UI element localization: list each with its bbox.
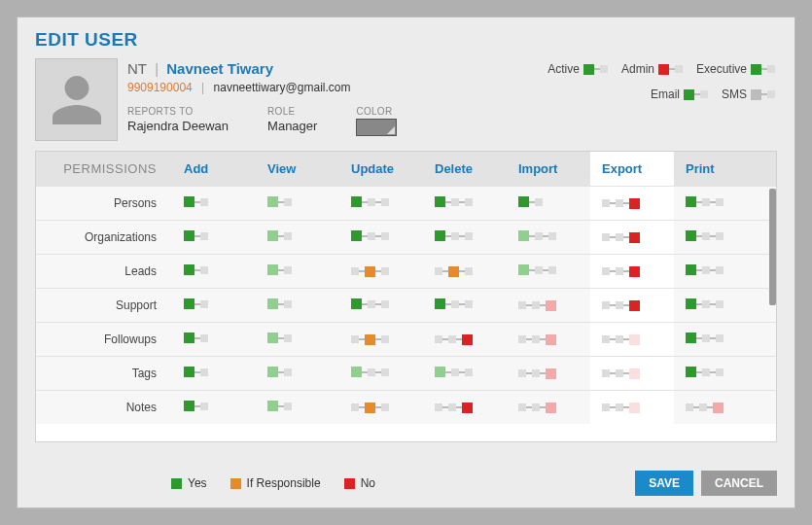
perm-cell[interactable] [590, 357, 674, 390]
perm-cell[interactable] [674, 255, 758, 288]
toggle[interactable] [518, 264, 556, 275]
perm-cell[interactable] [256, 357, 339, 390]
perm-cell[interactable] [172, 221, 256, 254]
toggle[interactable] [686, 298, 724, 309]
toggle[interactable] [435, 266, 473, 277]
toggle[interactable] [602, 334, 640, 345]
cancel-button[interactable]: CANCEL [701, 471, 777, 496]
perm-cell[interactable] [172, 357, 256, 390]
toggle[interactable] [351, 298, 389, 309]
flag-active[interactable]: Active [547, 62, 608, 76]
toggle[interactable] [518, 402, 556, 413]
toggle[interactable] [267, 401, 292, 411]
perm-cell[interactable] [507, 187, 590, 220]
perm-col-print[interactable]: Print [674, 152, 758, 186]
perm-cell[interactable] [256, 221, 339, 254]
perm-cell[interactable] [674, 391, 758, 424]
toggle[interactable] [602, 232, 640, 243]
perm-cell[interactable] [507, 323, 590, 356]
perm-cell[interactable] [423, 323, 507, 356]
save-button[interactable]: SAVE [635, 471, 693, 496]
toggle[interactable] [267, 367, 292, 377]
perm-cell[interactable] [256, 391, 339, 424]
perm-cell[interactable] [674, 221, 758, 254]
perm-cell[interactable] [256, 323, 339, 356]
toggle[interactable] [686, 367, 724, 377]
toggle[interactable] [602, 300, 640, 311]
perm-cell[interactable] [674, 323, 758, 356]
toggle[interactable] [602, 266, 640, 277]
user-phone[interactable]: 9909190004 [127, 81, 193, 94]
perm-cell[interactable] [256, 255, 339, 288]
toggle[interactable] [435, 367, 473, 377]
toggle[interactable] [435, 196, 473, 207]
perm-cell[interactable] [590, 323, 674, 356]
perm-cell[interactable] [674, 187, 758, 220]
toggle[interactable] [658, 64, 683, 75]
perm-cell[interactable] [423, 391, 507, 424]
perm-cell[interactable] [423, 187, 507, 220]
color-field[interactable]: COLOR [356, 106, 397, 136]
scrollbar[interactable] [769, 189, 776, 305]
toggle[interactable] [184, 401, 208, 411]
perm-col-view[interactable]: View [256, 152, 339, 186]
toggle[interactable] [435, 298, 473, 309]
perm-cell[interactable] [339, 221, 423, 254]
toggle[interactable] [435, 230, 473, 241]
perm-cell[interactable] [507, 221, 590, 254]
toggle[interactable] [184, 264, 208, 275]
role-field[interactable]: ROLE Manager [267, 106, 317, 136]
toggle[interactable] [518, 230, 556, 241]
perm-cell[interactable] [172, 255, 256, 288]
perm-cell[interactable] [339, 357, 423, 390]
perm-col-import[interactable]: Import [507, 152, 590, 186]
toggle[interactable] [602, 198, 640, 209]
toggle[interactable] [684, 89, 708, 100]
perm-cell[interactable] [423, 289, 507, 322]
toggle[interactable] [351, 266, 389, 277]
flag-admin[interactable]: Admin [621, 62, 683, 76]
toggle[interactable] [435, 402, 473, 413]
perm-cell[interactable] [339, 323, 423, 356]
toggle[interactable] [184, 332, 208, 343]
toggle[interactable] [518, 368, 556, 379]
toggle[interactable] [267, 196, 292, 207]
perm-cell[interactable] [507, 391, 590, 424]
toggle[interactable] [267, 298, 292, 309]
perm-cell[interactable] [172, 391, 256, 424]
perm-col-export[interactable]: Export [590, 152, 674, 186]
reports-to-field[interactable]: REPORTS TO Rajendra Deewan [127, 106, 229, 136]
perm-cell[interactable] [339, 187, 423, 220]
toggle[interactable] [518, 196, 543, 207]
toggle[interactable] [184, 298, 208, 309]
flag-sms[interactable]: SMS [722, 88, 775, 101]
perm-cell[interactable] [172, 187, 256, 220]
toggle[interactable] [184, 230, 208, 241]
toggle[interactable] [184, 367, 208, 377]
toggle[interactable] [351, 196, 389, 207]
toggle[interactable] [267, 332, 292, 343]
perm-cell[interactable] [423, 357, 507, 390]
toggle[interactable] [518, 334, 556, 345]
toggle[interactable] [184, 196, 208, 207]
toggle[interactable] [686, 402, 724, 413]
perm-cell[interactable] [507, 357, 590, 390]
toggle[interactable] [351, 402, 389, 413]
perm-col-update[interactable]: Update [339, 152, 423, 186]
perm-cell[interactable] [423, 221, 507, 254]
toggle[interactable] [602, 402, 640, 413]
perm-cell[interactable] [674, 357, 758, 390]
user-email[interactable]: navneettiwary@gmail.com [214, 81, 351, 94]
toggle[interactable] [602, 368, 640, 379]
toggle[interactable] [751, 89, 775, 100]
perm-cell[interactable] [172, 289, 256, 322]
perm-cell[interactable] [339, 255, 423, 288]
perm-cell[interactable] [674, 289, 758, 322]
flag-email[interactable]: Email [651, 88, 708, 101]
perm-cell[interactable] [590, 187, 674, 220]
perm-col-delete[interactable]: Delete [423, 152, 507, 186]
toggle[interactable] [435, 334, 473, 345]
toggle[interactable] [686, 230, 724, 241]
toggle[interactable] [267, 230, 292, 241]
toggle[interactable] [686, 196, 724, 207]
